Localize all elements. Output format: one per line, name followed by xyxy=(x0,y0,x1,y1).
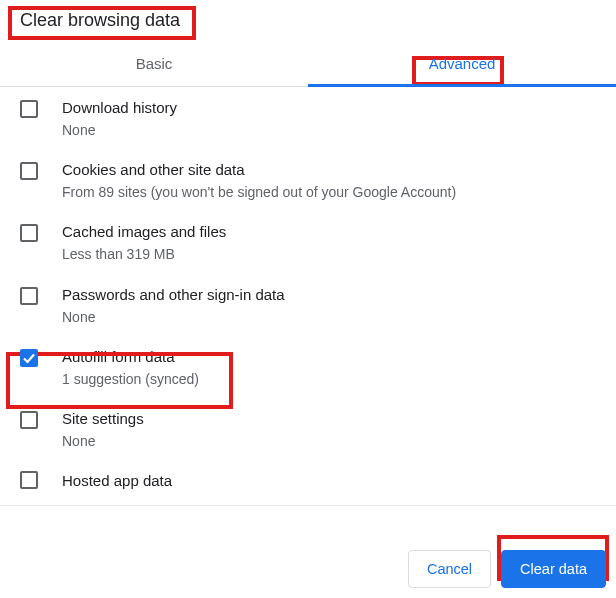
option-hosted-app-data: Hosted app data xyxy=(0,460,616,491)
tabs: Basic Advanced xyxy=(0,43,616,87)
clear-data-button[interactable]: Clear data xyxy=(501,550,606,588)
option-label: Passwords and other sign-in data xyxy=(62,284,285,305)
options-list: Download history None Cookies and other … xyxy=(0,87,616,491)
option-label: Cached images and files xyxy=(62,221,226,242)
option-label: Hosted app data xyxy=(62,470,172,491)
option-passwords: Passwords and other sign-in data None xyxy=(0,274,616,336)
checkbox-passwords[interactable] xyxy=(20,287,38,305)
option-subtext: 1 suggestion (synced) xyxy=(62,370,199,388)
tab-basic[interactable]: Basic xyxy=(0,43,308,86)
tab-basic-label: Basic xyxy=(136,55,173,72)
dialog-footer: Cancel Clear data xyxy=(408,550,606,588)
option-subtext: None xyxy=(62,432,144,450)
option-subtext: From 89 sites (you won't be signed out o… xyxy=(62,183,456,201)
checkbox-autofill[interactable] xyxy=(20,349,38,367)
cancel-button[interactable]: Cancel xyxy=(408,550,491,588)
tab-advanced[interactable]: Advanced xyxy=(308,43,616,86)
checkbox-download-history[interactable] xyxy=(20,100,38,118)
option-cookies: Cookies and other site data From 89 site… xyxy=(0,149,616,211)
checkmark-icon xyxy=(21,350,37,366)
checkbox-cookies[interactable] xyxy=(20,162,38,180)
option-label: Site settings xyxy=(62,408,144,429)
option-subtext: None xyxy=(62,121,177,139)
tab-advanced-label: Advanced xyxy=(429,55,496,72)
cancel-button-label: Cancel xyxy=(427,561,472,577)
option-autofill: Autofill form data 1 suggestion (synced) xyxy=(0,336,616,398)
option-download-history: Download history None xyxy=(0,87,616,149)
option-site-settings: Site settings None xyxy=(0,398,616,460)
checkbox-hosted-app-data[interactable] xyxy=(20,471,38,489)
option-subtext: Less than 319 MB xyxy=(62,245,226,263)
divider xyxy=(0,505,616,506)
option-subtext: None xyxy=(62,308,285,326)
checkbox-cached-images[interactable] xyxy=(20,224,38,242)
option-cached-images: Cached images and files Less than 319 MB xyxy=(0,211,616,273)
option-label: Download history xyxy=(62,97,177,118)
option-label: Cookies and other site data xyxy=(62,159,456,180)
clear-data-button-label: Clear data xyxy=(520,561,587,577)
option-label: Autofill form data xyxy=(62,346,199,367)
dialog-title: Clear browsing data xyxy=(0,0,200,43)
checkbox-site-settings[interactable] xyxy=(20,411,38,429)
